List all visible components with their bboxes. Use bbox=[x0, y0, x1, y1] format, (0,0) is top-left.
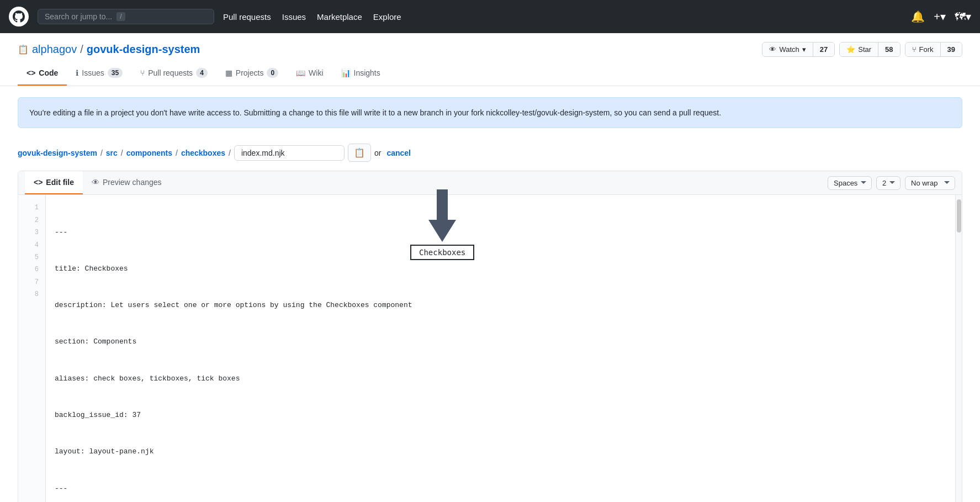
star-icon: ⭐ bbox=[846, 45, 855, 54]
repo-owner[interactable]: alphagov bbox=[32, 43, 77, 56]
nav-issues[interactable]: Issues bbox=[282, 12, 306, 22]
github-logo-icon bbox=[13, 10, 25, 23]
top-header: Search or jump to... / Pull requests Iss… bbox=[0, 0, 980, 33]
tab-issues[interactable]: ℹ Issues 35 bbox=[67, 61, 131, 86]
tab-insights[interactable]: 📊 Insights bbox=[332, 61, 389, 86]
tab-edit-file[interactable]: <> Edit file bbox=[25, 171, 83, 194]
insights-icon: 📊 bbox=[341, 68, 351, 77]
nav-explore[interactable]: Explore bbox=[373, 12, 401, 22]
header-actions: 🔔 +▾ 🗺▾ bbox=[911, 10, 971, 23]
repo-header: 📋 alphagov / govuk-design-system 👁 Watch… bbox=[0, 33, 980, 57]
code-line-2: title: Checkboxes bbox=[55, 263, 946, 275]
info-banner: You're editing a file in a project you d… bbox=[18, 97, 962, 128]
wrap-select[interactable]: No wrap Soft wrap bbox=[905, 176, 955, 190]
tab-projects-label: Projects bbox=[236, 68, 264, 77]
pr-badge: 4 bbox=[196, 68, 208, 78]
eye-icon: 👁 bbox=[769, 45, 776, 54]
line-num-4: 4 bbox=[18, 239, 45, 251]
editor-tabs-bar: <> Edit file 👁 Preview changes Spaces Ta… bbox=[18, 171, 962, 195]
tab-wiki-label: Wiki bbox=[309, 68, 323, 77]
tab-projects[interactable]: ▦ Projects 0 bbox=[216, 61, 287, 86]
preview-label: Preview changes bbox=[103, 178, 162, 187]
breadcrumb-components[interactable]: components bbox=[126, 149, 172, 157]
repo-tabs: <> Code ℹ Issues 35 ⑂ Pull requests 4 ▦ … bbox=[0, 61, 980, 86]
cancel-link[interactable]: cancel bbox=[386, 149, 411, 157]
projects-badge: 0 bbox=[267, 68, 278, 78]
fork-button[interactable]: ⑂ Fork bbox=[905, 43, 940, 56]
line-num-2: 2 bbox=[18, 214, 45, 226]
editor-options: Spaces Tabs 2 4 8 No wrap Soft wrap bbox=[828, 176, 955, 190]
tab-insights-label: Insights bbox=[354, 68, 380, 77]
scrollbar-thumb[interactable] bbox=[957, 199, 961, 232]
pr-icon: ⑂ bbox=[140, 68, 145, 77]
star-label: Star bbox=[858, 45, 871, 54]
fork-icon: ⑂ bbox=[912, 45, 917, 54]
main-nav: Pull requests Issues Marketplace Explore bbox=[223, 12, 401, 22]
line-numbers: 1 2 3 4 5 6 7 8 bbox=[18, 195, 46, 502]
watch-button[interactable]: 👁 Watch ▾ bbox=[762, 43, 812, 56]
code-line-7: layout: layout-pane.njk bbox=[55, 446, 946, 458]
watch-group: 👁 Watch ▾ 27 bbox=[762, 42, 835, 57]
tab-wiki[interactable]: 📖 Wiki bbox=[287, 61, 332, 86]
watch-label: Watch bbox=[779, 45, 799, 54]
code-content[interactable]: --- title: Checkboxes description: Let u… bbox=[46, 195, 955, 502]
code-icon: <> bbox=[27, 68, 35, 77]
star-button[interactable]: ⭐ Star bbox=[840, 43, 878, 56]
line-num-8: 8 bbox=[18, 288, 45, 300]
code-line-1: --- bbox=[55, 226, 946, 239]
wiki-icon: 📖 bbox=[296, 68, 305, 77]
preview-icon: 👁 bbox=[92, 178, 99, 187]
github-logo[interactable] bbox=[9, 7, 29, 27]
file-action-button[interactable]: 📋 bbox=[348, 144, 371, 162]
tab-code[interactable]: <> Code bbox=[18, 61, 67, 86]
star-group: ⭐ Star 58 bbox=[839, 42, 900, 57]
edit-file-label: Edit file bbox=[46, 178, 74, 187]
fork-count[interactable]: 39 bbox=[940, 43, 962, 56]
or-text: or bbox=[374, 149, 381, 157]
breadcrumb-checkboxes[interactable]: checkboxes bbox=[181, 149, 225, 157]
code-line-8: --- bbox=[55, 483, 946, 495]
search-slash: / bbox=[116, 12, 125, 21]
breadcrumb-src[interactable]: src bbox=[106, 149, 118, 157]
sep-2: / bbox=[121, 149, 123, 157]
tab-issues-label: Issues bbox=[82, 68, 104, 77]
nav-marketplace[interactable]: Marketplace bbox=[317, 12, 362, 22]
edit-code-icon: <> bbox=[34, 178, 43, 187]
tab-preview-changes[interactable]: 👁 Preview changes bbox=[83, 171, 171, 194]
filename-input[interactable] bbox=[234, 145, 345, 161]
code-line-6: backlog_issue_id: 37 bbox=[55, 409, 946, 421]
chevron-down-icon: ▾ bbox=[802, 45, 806, 54]
repo-title: 📋 alphagov / govuk-design-system bbox=[18, 43, 200, 56]
repo-name[interactable]: govuk-design-system bbox=[87, 43, 200, 56]
projects-icon: ▦ bbox=[225, 68, 232, 77]
breadcrumb-repo[interactable]: govuk-design-system bbox=[18, 149, 97, 157]
editor-container: <> Edit file 👁 Preview changes Spaces Ta… bbox=[18, 171, 962, 502]
line-num-7: 7 bbox=[18, 276, 45, 288]
nav-pull-requests[interactable]: Pull requests bbox=[223, 12, 271, 22]
sep-1: / bbox=[100, 149, 103, 157]
watch-count[interactable]: 27 bbox=[813, 43, 834, 56]
tab-pull-requests[interactable]: ⑂ Pull requests 4 bbox=[131, 61, 216, 86]
user-avatar[interactable]: 🗺▾ bbox=[955, 10, 971, 23]
issues-icon: ℹ bbox=[76, 68, 78, 77]
search-bar[interactable]: Search or jump to... / bbox=[38, 9, 214, 24]
notifications-icon[interactable]: 🔔 bbox=[911, 10, 925, 23]
new-item-icon[interactable]: +▾ bbox=[934, 10, 946, 23]
tab-code-label: Code bbox=[39, 68, 58, 77]
search-placeholder: Search or jump to... bbox=[45, 12, 112, 21]
code-area: 1 2 3 4 5 6 7 8 --- title: Checkboxes de… bbox=[18, 195, 962, 502]
indent-type-select[interactable]: Spaces Tabs bbox=[828, 176, 872, 190]
code-line-4: section: Components bbox=[55, 336, 946, 348]
indent-size-select[interactable]: 2 4 8 bbox=[876, 176, 900, 190]
star-count[interactable]: 58 bbox=[878, 43, 899, 56]
repo-icon: 📋 bbox=[18, 44, 29, 55]
scrollbar[interactable] bbox=[955, 195, 962, 502]
line-num-5: 5 bbox=[18, 251, 45, 263]
line-num-6: 6 bbox=[18, 263, 45, 276]
banner-text: You're editing a file in a project you d… bbox=[29, 108, 721, 117]
fork-group: ⑂ Fork 39 bbox=[905, 42, 962, 57]
line-num-3: 3 bbox=[18, 226, 45, 239]
code-line-5: aliases: check boxes, tickboxes, tick bo… bbox=[55, 373, 946, 385]
fork-label: Fork bbox=[919, 45, 934, 54]
code-line-3: description: Let users select one or mor… bbox=[55, 299, 946, 311]
